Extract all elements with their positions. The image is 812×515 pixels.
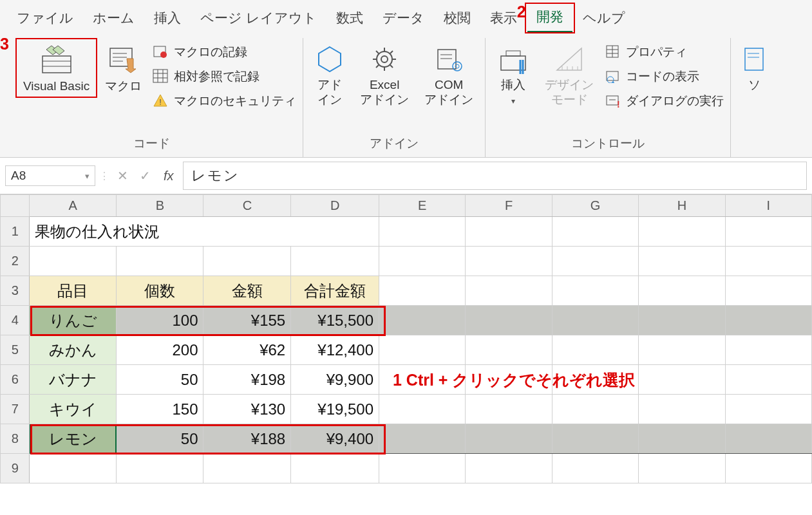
cell[interactable] bbox=[379, 306, 466, 335]
cell[interactable] bbox=[552, 306, 638, 335]
cell[interactable]: ¥130 bbox=[203, 395, 291, 424]
row-header[interactable]: 4 bbox=[1, 306, 30, 335]
cell[interactable] bbox=[639, 276, 725, 306]
column-header[interactable]: C bbox=[203, 195, 291, 217]
com-addins-button[interactable]: COM アドイン bbox=[419, 41, 478, 109]
cell[interactable] bbox=[552, 395, 638, 424]
cell[interactable] bbox=[639, 247, 725, 276]
menu-formulas[interactable]: 数式 bbox=[327, 6, 372, 32]
menu-developer[interactable]: 2 開発 bbox=[527, 5, 572, 33]
insert-control-button[interactable]: 挿入 ▾ bbox=[492, 41, 534, 107]
enter-formula-button[interactable]: ✓ bbox=[136, 168, 155, 183]
row-header[interactable]: 7 bbox=[1, 395, 30, 424]
cell[interactable] bbox=[117, 454, 203, 483]
cell[interactable]: 個数 bbox=[117, 276, 203, 306]
column-header[interactable]: D bbox=[291, 195, 379, 217]
relative-reference-button[interactable]: 相対参照で記録 bbox=[152, 68, 296, 84]
visual-basic-button[interactable]: 3 Visual Basic bbox=[18, 41, 95, 95]
macro-security-button[interactable]: ! マクロのセキュリティ bbox=[152, 92, 296, 109]
menu-review[interactable]: 校閲 bbox=[435, 6, 480, 32]
cell[interactable] bbox=[639, 424, 725, 454]
cell[interactable] bbox=[725, 276, 811, 306]
cell[interactable]: みかん bbox=[30, 335, 117, 365]
fx-icon[interactable]: fx bbox=[158, 169, 179, 183]
column-header[interactable]: F bbox=[466, 195, 552, 217]
row-header[interactable]: 6 bbox=[1, 365, 30, 395]
row-header[interactable]: 1 bbox=[1, 217, 30, 247]
cell[interactable] bbox=[725, 454, 811, 483]
run-dialog-button[interactable]: ! ダイアログの実行 bbox=[604, 92, 724, 109]
cell[interactable] bbox=[466, 306, 552, 335]
cell[interactable] bbox=[379, 276, 466, 306]
cell[interactable]: 果物の仕入れ状況 bbox=[30, 217, 379, 247]
column-header[interactable]: E bbox=[379, 195, 466, 217]
cell[interactable] bbox=[466, 276, 552, 306]
cell[interactable] bbox=[725, 395, 811, 424]
cell[interactable] bbox=[30, 247, 117, 276]
name-box[interactable]: A8 ▾ bbox=[5, 165, 95, 186]
column-header[interactable]: I bbox=[725, 195, 811, 217]
view-code-button[interactable]: コードの表示 bbox=[604, 68, 724, 84]
cell[interactable]: 品目 bbox=[30, 276, 117, 306]
cell[interactable] bbox=[466, 395, 552, 424]
cell[interactable] bbox=[639, 454, 725, 483]
cell[interactable] bbox=[379, 424, 466, 454]
row-header[interactable]: 2 bbox=[1, 247, 30, 276]
cell[interactable]: ¥19,500 bbox=[291, 395, 379, 424]
cell[interactable]: ¥15,500 bbox=[291, 306, 379, 335]
cell[interactable] bbox=[379, 454, 466, 483]
row-header[interactable]: 3 bbox=[1, 276, 30, 306]
cell[interactable] bbox=[291, 454, 379, 483]
cell[interactable] bbox=[466, 454, 552, 483]
cell[interactable] bbox=[552, 335, 638, 365]
cell[interactable] bbox=[725, 335, 811, 365]
column-header[interactable]: A bbox=[30, 195, 117, 217]
formula-input[interactable]: レモン bbox=[183, 162, 807, 190]
cell[interactable]: 150 bbox=[117, 395, 203, 424]
cell[interactable]: 50 bbox=[117, 365, 203, 395]
menu-file[interactable]: ファイル bbox=[8, 6, 82, 32]
cancel-formula-button[interactable]: ✕ bbox=[113, 168, 132, 183]
column-header[interactable]: B bbox=[117, 195, 203, 217]
cell[interactable]: りんご bbox=[30, 306, 117, 335]
properties-button[interactable]: プロパティ bbox=[604, 43, 724, 60]
cell[interactable] bbox=[725, 247, 811, 276]
cell[interactable] bbox=[725, 365, 811, 395]
cell[interactable]: 200 bbox=[117, 335, 203, 365]
cell[interactable] bbox=[466, 247, 552, 276]
column-header[interactable]: H bbox=[639, 195, 725, 217]
cell-active[interactable]: レモン bbox=[30, 424, 117, 454]
cell[interactable]: ¥198 bbox=[203, 365, 291, 395]
cell[interactable] bbox=[552, 276, 638, 306]
cell[interactable] bbox=[552, 454, 638, 483]
cell[interactable]: ¥9,900 bbox=[291, 365, 379, 395]
menu-data[interactable]: データ bbox=[373, 6, 433, 32]
cell[interactable] bbox=[725, 217, 811, 247]
cell[interactable]: 50 bbox=[117, 424, 203, 454]
cell[interactable] bbox=[466, 335, 552, 365]
cell[interactable]: ¥9,400 bbox=[291, 424, 379, 454]
cell[interactable]: キウイ bbox=[30, 395, 117, 424]
excel-addins-button[interactable]: Excel アドイン bbox=[355, 41, 414, 109]
cell[interactable] bbox=[203, 247, 291, 276]
cell[interactable]: ¥155 bbox=[203, 306, 291, 335]
menu-page-layout[interactable]: ページ レイアウト bbox=[191, 6, 326, 32]
cell[interactable] bbox=[725, 424, 811, 454]
menu-insert[interactable]: 挿入 bbox=[145, 6, 190, 32]
cell[interactable] bbox=[379, 217, 466, 247]
design-mode-button[interactable]: デザイン モード bbox=[540, 41, 599, 109]
cell[interactable]: 100 bbox=[117, 306, 203, 335]
cell[interactable] bbox=[639, 335, 725, 365]
cell[interactable] bbox=[725, 306, 811, 335]
cell[interactable]: バナナ bbox=[30, 365, 117, 395]
source-button[interactable]: ソ bbox=[737, 41, 771, 94]
cell[interactable] bbox=[291, 247, 379, 276]
cell[interactable] bbox=[203, 454, 291, 483]
cell[interactable] bbox=[117, 247, 203, 276]
row-header[interactable]: 9 bbox=[1, 454, 30, 483]
cell[interactable] bbox=[379, 335, 466, 365]
cell[interactable] bbox=[466, 217, 552, 247]
cell[interactable] bbox=[379, 395, 466, 424]
cell[interactable]: 金額 bbox=[203, 276, 291, 306]
cell[interactable]: ¥62 bbox=[203, 335, 291, 365]
